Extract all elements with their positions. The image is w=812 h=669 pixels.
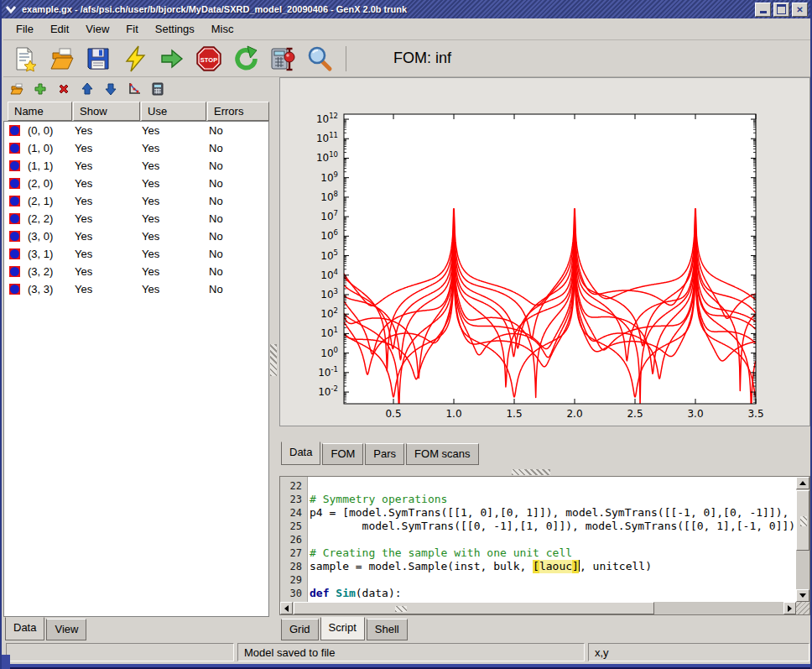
cell-use: Yes <box>142 230 209 243</box>
code-token: (data): <box>356 587 402 600</box>
tab-shell[interactable]: Shell <box>367 619 408 640</box>
line-number: 24 <box>280 506 310 520</box>
cell-use: Yes <box>142 283 209 295</box>
column-header-use[interactable]: Use <box>141 102 206 121</box>
minimize-icon[interactable] <box>755 3 771 17</box>
dataset-list[interactable]: (0, 0)YesYesNo(1, 0)YesYesNo(1, 1)YesYes… <box>3 121 269 617</box>
y-tick-label: 10-1 <box>318 365 338 379</box>
dataset-marker-icon <box>9 125 20 136</box>
cell-errors: No <box>209 230 268 243</box>
column-header-errors[interactable]: Errors <box>207 102 269 121</box>
tab-fom-scans[interactable]: FOM scans <box>406 443 478 465</box>
y-tick-label: 108 <box>320 190 338 203</box>
cell-show: Yes <box>75 248 142 260</box>
tab-fom[interactable]: FOM <box>322 443 363 465</box>
restart-fit-icon[interactable] <box>232 44 260 74</box>
tab-data-plot[interactable]: Data <box>281 442 320 465</box>
vertical-splitter[interactable] <box>269 77 278 640</box>
cell-name: (3, 0) <box>28 230 75 243</box>
table-row[interactable]: (2, 2)YesYesNo <box>4 210 268 227</box>
table-row[interactable]: (0, 0)YesYesNo <box>4 122 268 139</box>
editor-horizontal-scrollbar[interactable] <box>280 602 796 614</box>
y-tick-label: 104 <box>320 268 338 281</box>
table-row[interactable]: (3, 3)YesYesNo <box>4 280 268 298</box>
table-row[interactable]: (3, 2)YesYesNo <box>4 263 268 280</box>
code-area[interactable]: 2223# Symmetry operations24p4 = [model.S… <box>280 477 796 604</box>
cell-show: Yes <box>75 124 142 137</box>
stop-fit-icon[interactable]: STOP <box>195 44 223 74</box>
menu-settings[interactable]: Settings <box>147 20 203 38</box>
simulate-icon[interactable] <box>121 44 149 74</box>
tab-data-left[interactable]: Data <box>5 617 44 640</box>
line-number: 28 <box>280 560 310 573</box>
table-row[interactable]: (2, 1)YesYesNo <box>4 192 268 210</box>
cell-use: Yes <box>142 212 209 225</box>
cell-name: (3, 1) <box>28 248 75 260</box>
code-token: # Symmetry operations <box>310 493 447 506</box>
horizontal-splitter[interactable] <box>512 469 550 475</box>
plot-settings-icon[interactable] <box>128 82 141 96</box>
code-line: 23# Symmetry operations <box>280 493 796 506</box>
chevron-down-icon[interactable] <box>3 3 18 16</box>
code-line: 24p4 = [model.SymTrans([[1, 0],[0, 1]]),… <box>280 506 796 520</box>
open-model-icon[interactable] <box>47 44 75 74</box>
move-up-icon[interactable] <box>81 82 94 96</box>
resize-corner[interactable] <box>2 655 10 669</box>
open-data-icon[interactable] <box>10 82 23 96</box>
cell-show: Yes <box>75 142 142 154</box>
tab-pars[interactable]: Pars <box>365 443 404 465</box>
cell-name: (3, 3) <box>28 283 75 295</box>
cell-errors: No <box>209 142 268 154</box>
dataset-marker-icon <box>9 266 20 277</box>
splitter-grip[interactable] <box>270 344 277 376</box>
scroll-left-icon[interactable] <box>280 602 293 614</box>
x-tick-label: 1.5 <box>506 408 522 420</box>
column-header-name[interactable]: Name <box>8 102 72 121</box>
x-tick-label: 2.0 <box>566 408 582 420</box>
zoom-icon[interactable] <box>305 44 334 74</box>
y-tick-label: 100 <box>320 346 338 359</box>
scroll-right-icon[interactable] <box>783 602 796 614</box>
editor-vertical-scrollbar[interactable] <box>796 477 809 602</box>
plot-canvas[interactable]: 10-210-110010110210310410510610710810910… <box>279 77 810 426</box>
vertical-scroll-thumb[interactable] <box>796 490 809 551</box>
scrollbar-corner[interactable] <box>796 602 809 614</box>
line-number: 29 <box>280 573 310 587</box>
menubar: File Edit View Fit Settings Misc <box>3 18 812 40</box>
delete-dataset-icon[interactable] <box>57 82 70 96</box>
tab-grid[interactable]: Grid <box>281 619 319 640</box>
add-dataset-icon[interactable] <box>34 82 47 96</box>
genx-main-window: example.gx - /afs/psi.ch/user/b/bjorck/M… <box>0 0 812 669</box>
scroll-up-icon[interactable] <box>796 477 809 489</box>
cell-errors: No <box>209 195 268 207</box>
calc-icon[interactable] <box>151 82 164 96</box>
titlebar[interactable]: example.gx - /afs/psi.ch/user/b/bjorck/M… <box>2 0 810 18</box>
new-model-icon[interactable] <box>10 44 39 74</box>
table-row[interactable]: (1, 1)YesYesNo <box>4 157 268 175</box>
column-header-show[interactable]: Show <box>73 102 140 121</box>
cell-name: (3, 2) <box>28 265 75 278</box>
menu-fit[interactable]: Fit <box>117 20 146 38</box>
menu-misc[interactable]: Misc <box>203 20 242 38</box>
line-number: 26 <box>280 533 310 546</box>
menu-edit[interactable]: Edit <box>42 20 77 38</box>
save-model-icon[interactable] <box>84 44 112 74</box>
sxrd-rod-chart: 10-210-110010110210310410510610710810910… <box>280 78 809 426</box>
table-row[interactable]: (3, 0)YesYesNo <box>4 227 268 245</box>
tab-view[interactable]: View <box>46 619 86 640</box>
tab-script[interactable]: Script <box>320 617 365 640</box>
cell-errors: No <box>209 159 268 172</box>
close-icon[interactable]: ✕ <box>792 3 808 17</box>
scroll-down-icon[interactable] <box>796 589 809 602</box>
start-fit-icon[interactable] <box>158 44 186 74</box>
move-down-icon[interactable] <box>104 82 117 96</box>
table-row[interactable]: (1, 0)YesYesNo <box>4 139 268 157</box>
menu-file[interactable]: File <box>8 20 42 38</box>
table-row[interactable]: (3, 1)YesYesNo <box>4 245 268 263</box>
horizontal-scroll-thumb[interactable] <box>294 602 654 614</box>
table-row[interactable]: (2, 0)YesYesNo <box>4 175 268 192</box>
menu-view[interactable]: View <box>77 20 117 38</box>
script-editor[interactable]: 2223# Symmetry operations24p4 = [model.S… <box>279 476 810 615</box>
calc-errorbars-icon[interactable] <box>268 44 297 74</box>
maximize-icon[interactable] <box>773 3 789 17</box>
